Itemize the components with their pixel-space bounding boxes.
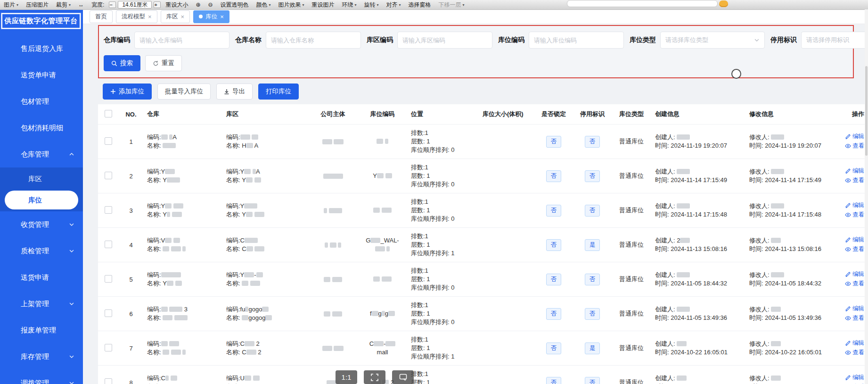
redacted-text bbox=[161, 307, 168, 312]
picture-menu[interactable]: 图片▾ bbox=[1, 0, 21, 9]
redacted-text bbox=[245, 307, 248, 312]
edit-action-line: 编辑 bbox=[843, 132, 864, 142]
sidebar-subitem-库区[interactable]: 库区 bbox=[0, 168, 83, 190]
area-cell: 编码:Y A名称: Y bbox=[222, 159, 308, 193]
tab-库区[interactable]: 库区× bbox=[161, 10, 190, 23]
sidebar-item-收货管理[interactable]: 收货管理 bbox=[0, 211, 83, 238]
tab-close-icon[interactable]: × bbox=[181, 14, 185, 20]
zoom-1to1-button[interactable]: 1:1 bbox=[336, 370, 357, 384]
color-menu[interactable]: 颜色▾ bbox=[254, 0, 274, 9]
row-checkbox[interactable] bbox=[105, 378, 112, 384]
redacted-text bbox=[169, 307, 182, 312]
view-link[interactable]: 查看 bbox=[845, 245, 864, 254]
导出-button[interactable]: 导出 bbox=[216, 83, 253, 100]
批量导入库位-button[interactable]: 批量导入库位 bbox=[157, 83, 211, 100]
view-link[interactable]: 查看 bbox=[845, 176, 864, 185]
width-value[interactable]: 14.61厘米 bbox=[118, 1, 152, 8]
redacted-text bbox=[252, 134, 258, 140]
view-link[interactable]: 查看 bbox=[845, 142, 864, 150]
redacted-text bbox=[374, 341, 384, 346]
disabled-flag-badge: 否 bbox=[585, 274, 600, 285]
edit-link[interactable]: 编辑 bbox=[845, 373, 864, 382]
row-checkbox[interactable] bbox=[105, 241, 112, 248]
sidebar-item-质检管理[interactable]: 质检管理 bbox=[0, 238, 83, 264]
sidebar-item-库存管理[interactable]: 库存管理 bbox=[0, 343, 83, 370]
width-decrease-button[interactable]: − bbox=[109, 1, 116, 8]
停用标识-select[interactable]: 请选择停用标识 bbox=[801, 32, 868, 49]
sidebar-item-送货申请[interactable]: 送货申请 bbox=[0, 264, 83, 291]
reset-picture[interactable]: 重设图片 bbox=[309, 0, 337, 9]
sidebar-item-包材管理[interactable]: 包材管理 bbox=[0, 88, 83, 115]
floating-widget-button[interactable] bbox=[731, 69, 741, 79]
sidebar-item-上架管理[interactable]: 上架管理 bbox=[0, 291, 83, 317]
redacted-text bbox=[246, 350, 256, 355]
position-cell: 排数:1层数: 1库位顺序排列: 0 bbox=[407, 193, 479, 228]
edit-link[interactable]: 编辑 bbox=[845, 201, 864, 210]
picture-effects-menu[interactable]: 图片效果▾ bbox=[276, 0, 307, 9]
tab-首页[interactable]: 首页 bbox=[90, 10, 113, 23]
redacted-text bbox=[169, 134, 172, 140]
width-increase-button[interactable]: + bbox=[154, 1, 161, 8]
cell-line: 修改人: bbox=[749, 167, 836, 176]
tab-close-icon[interactable]: × bbox=[148, 14, 152, 20]
row-checkbox[interactable] bbox=[105, 137, 112, 145]
row-checkbox[interactable] bbox=[105, 206, 112, 214]
sidebar-item-报废单管理[interactable]: 报废单管理 bbox=[0, 317, 83, 343]
edit-link[interactable]: 编辑 bbox=[845, 304, 864, 313]
sidebar-item-label: 包材消耗明细 bbox=[21, 124, 63, 133]
crop-menu[interactable]: 裁剪▾ bbox=[53, 0, 74, 9]
compress-picture[interactable]: 压缩图片 bbox=[23, 0, 51, 9]
tab-label: 首页 bbox=[95, 13, 107, 21]
wrap-menu[interactable]: 环绕▾ bbox=[339, 0, 360, 9]
view-link[interactable]: 查看 bbox=[845, 279, 864, 288]
打印库位-button[interactable]: 打印库位 bbox=[258, 83, 299, 100]
edit-link[interactable]: 编辑 bbox=[845, 235, 864, 244]
redacted-text bbox=[165, 238, 172, 243]
edit-link[interactable]: 编辑 bbox=[845, 339, 864, 348]
selection-pane[interactable]: 选择窗格 bbox=[406, 0, 434, 9]
tab-库位[interactable]: 库位× bbox=[193, 10, 229, 23]
edit-link[interactable]: 编辑 bbox=[845, 167, 864, 175]
reset-size[interactable]: 重设大小 bbox=[163, 0, 191, 9]
snip-button[interactable] bbox=[392, 370, 414, 384]
sidebar-item-送货单申请[interactable]: 送货单申请 bbox=[0, 62, 83, 88]
align-menu[interactable]: 对齐▾ bbox=[384, 0, 404, 9]
search-button[interactable]: 搜索 bbox=[104, 55, 140, 71]
scrollbar-thumb[interactable] bbox=[865, 66, 868, 156]
redacted-text bbox=[245, 238, 258, 243]
reset-button[interactable]: 重置 bbox=[145, 55, 182, 71]
view-link[interactable]: 查看 bbox=[845, 210, 864, 219]
cell-lines: 排数:1层数: 1库位顺序排列: 1 bbox=[411, 335, 475, 361]
select-all-checkbox[interactable] bbox=[105, 110, 112, 117]
sidebar-item-售后退货入库[interactable]: 售后退货入库 bbox=[0, 35, 83, 62]
row-checkbox[interactable] bbox=[105, 275, 112, 283]
edit-link[interactable]: 编辑 bbox=[845, 132, 864, 141]
添加库位-button[interactable]: 添加库位 bbox=[103, 83, 152, 100]
view-link[interactable]: 查看 bbox=[845, 314, 864, 323]
rotate-menu[interactable]: 旋转▾ bbox=[361, 0, 382, 9]
仓库编码-input[interactable] bbox=[134, 32, 229, 49]
sidebar-item-调拨管理[interactable]: 调拨管理 bbox=[0, 370, 83, 384]
cell-line: 时间: 2024-10-22 16:05:01 bbox=[655, 348, 742, 357]
column-header-仓库: 仓库 bbox=[143, 104, 222, 125]
库位编码-input[interactable] bbox=[529, 32, 624, 49]
sidebar-item-包材消耗明细[interactable]: 包材消耗明细 bbox=[0, 115, 83, 141]
redacted-text bbox=[332, 311, 342, 317]
width-label[interactable]: 宽度: bbox=[89, 0, 107, 9]
redacted-text bbox=[165, 376, 169, 381]
row-checkbox[interactable] bbox=[105, 344, 112, 351]
fullscreen-button[interactable] bbox=[364, 370, 385, 384]
tab-close-icon[interactable]: × bbox=[220, 14, 224, 20]
仓库名称-input[interactable] bbox=[266, 32, 361, 49]
sidebar-subitem-库位[interactable]: 库位 bbox=[5, 191, 78, 209]
set-transparent-color[interactable]: 设置透明色 bbox=[218, 0, 252, 9]
库位类型-select[interactable]: 请选择库位类型 bbox=[660, 32, 765, 49]
row-checkbox[interactable] bbox=[105, 309, 112, 317]
sidebar-item-仓库管理[interactable]: 仓库管理 bbox=[0, 141, 83, 167]
redacted-text bbox=[161, 134, 168, 140]
edit-link[interactable]: 编辑 bbox=[845, 270, 864, 279]
view-link[interactable]: 查看 bbox=[845, 348, 864, 357]
row-checkbox[interactable] bbox=[105, 172, 112, 179]
库区编码-input[interactable] bbox=[397, 32, 492, 49]
tab-流程模型[interactable]: 流程模型× bbox=[116, 10, 157, 23]
